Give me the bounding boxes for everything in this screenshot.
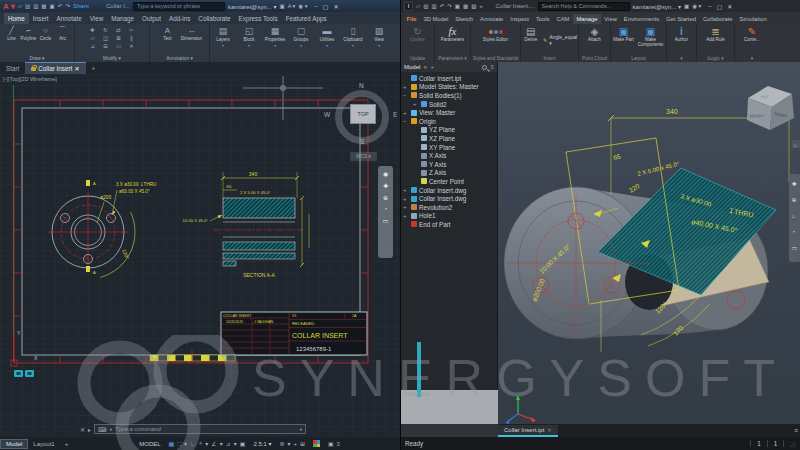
tree-toggle[interactable]: − xyxy=(403,118,409,124)
wcs-dropdown[interactable]: WCS ▾ xyxy=(350,152,377,161)
viewcube-west[interactable]: W xyxy=(324,111,330,118)
autocad-viewport[interactable]: [-][Top][2D Wireframe] xyxy=(0,74,400,437)
browser-tree-item[interactable]: − Origin xyxy=(401,117,497,126)
update-button[interactable]: ↻ Update xyxy=(403,24,433,43)
ribbon-tab[interactable]: Tools xyxy=(532,14,553,24)
annotation-monitor-icons[interactable] xyxy=(14,370,34,377)
draw-tool-button[interactable]: ⌒ Arc xyxy=(54,26,71,41)
ribbon-tab[interactable]: Collaborate xyxy=(194,13,234,24)
layout1-tab[interactable]: Layout1 xyxy=(28,440,59,448)
status-icon[interactable]: ▾ xyxy=(288,440,291,447)
quick-access-icon[interactable]: ↷ xyxy=(65,3,70,9)
quick-access-icon[interactable]: ▦ xyxy=(463,3,468,9)
showmotion-icon[interactable]: ▭ xyxy=(383,217,389,224)
derive-button[interactable]: ▤ Derive xyxy=(521,26,542,43)
styles-editor-button[interactable]: Styles Editor xyxy=(476,24,516,43)
browser-tree-item[interactable]: + Revolution2 xyxy=(401,203,497,212)
ribbon-tab[interactable]: Collaborate xyxy=(699,14,736,24)
browser-tab-model[interactable]: Model xyxy=(404,64,420,70)
browser-tree-item[interactable]: Y Axis xyxy=(401,160,497,169)
titlebar-icon[interactable]: ◉ ▾ xyxy=(692,3,701,9)
section-view-geometry[interactable]: 340 65 2 X 5.00 X 45.0° 10.00 X 45.0° xyxy=(183,171,309,278)
ribbon-tab[interactable]: Simulation xyxy=(736,14,770,24)
search-input[interactable] xyxy=(538,2,630,11)
modify-tool-icon[interactable]: ⊟ xyxy=(103,43,108,49)
modify-tool-icon[interactable]: ⊿ xyxy=(90,43,95,49)
ribbon-tab[interactable]: Express Tools xyxy=(235,13,282,24)
quick-access-icon[interactable]: ▧ xyxy=(471,3,476,9)
quick-access-icon[interactable]: ▦ xyxy=(41,3,46,9)
annotation-tool-button[interactable]: A Text xyxy=(156,26,180,41)
chevron-down-icon[interactable]: ▾ xyxy=(222,43,224,48)
command-line-icon[interactable]: ✕ xyxy=(80,426,85,433)
quick-access-icon[interactable]: ▣ xyxy=(455,3,460,9)
modify-tool-icon[interactable]: ▱ xyxy=(90,35,94,41)
status-icon[interactable]: ▾ xyxy=(205,440,208,447)
status-icon[interactable]: ≡ xyxy=(337,441,341,447)
browser-add-tab[interactable]: + xyxy=(431,64,435,70)
quick-access-icon[interactable]: ↷ xyxy=(447,3,452,9)
minimize-button[interactable]: – xyxy=(708,3,711,10)
browser-tree-item[interactable]: + Model States: Master xyxy=(401,83,497,92)
quick-access-icon[interactable]: ▥ xyxy=(33,3,38,9)
browser-tree-item[interactable]: + Solid2 xyxy=(401,100,497,109)
browser-filter-icon[interactable]: ≡ xyxy=(490,64,494,70)
quick-access-icon[interactable]: ▣ xyxy=(50,3,55,9)
new-file-tab-button[interactable]: + xyxy=(86,63,102,74)
ribbon-tab[interactable]: View xyxy=(86,13,108,24)
ribbon-panel-button[interactable]: ◱ Block ▾ xyxy=(236,24,262,62)
browser-tree-item[interactable]: + Collar Insert.dwg xyxy=(401,194,497,203)
full-navigation-wheel-icon[interactable]: ◉ xyxy=(383,170,388,177)
resize-grip[interactable]: ◿ xyxy=(783,440,800,447)
command-input-box[interactable]: ⌨ ▾ ▾ xyxy=(94,424,306,434)
quick-access-icon[interactable]: » xyxy=(479,3,482,9)
draw-tool-button[interactable]: ○ Circle xyxy=(37,26,54,41)
collar-3d-model[interactable] xyxy=(504,168,776,339)
user-account-button[interactable]: kamtaret@syn... ▾ xyxy=(228,3,276,10)
autocad-logo-icon[interactable]: A ▾ xyxy=(3,2,15,11)
make-part-button[interactable]: ▣ Make Part xyxy=(612,24,636,48)
quick-access-icon[interactable]: ↶ xyxy=(58,3,63,9)
author-button[interactable]: i Author xyxy=(667,24,697,43)
draw-tool-button[interactable]: ⌐ Polyline xyxy=(20,26,37,41)
ribbon-tab[interactable]: 3D Model xyxy=(420,14,452,24)
tree-toggle[interactable]: + xyxy=(403,110,409,116)
browser-tree-item[interactable]: X Axis xyxy=(401,151,497,160)
tree-toggle[interactable]: + xyxy=(403,187,409,193)
ribbon-tab[interactable]: Output xyxy=(138,13,165,24)
viewcube[interactable]: TOP FRONT RIGHT ⌂ xyxy=(747,86,800,148)
titlebar-icon[interactable]: ▣ xyxy=(279,3,284,9)
ribbon-tab[interactable]: Home xyxy=(4,13,29,24)
modify-tool-icon[interactable]: ⊞ xyxy=(116,35,121,41)
browser-close-icon[interactable]: ✕ xyxy=(423,64,427,70)
status-icon[interactable]: ▾ xyxy=(220,440,223,447)
document-tab[interactable]: Collar Insert.ipt ✕ xyxy=(498,425,558,437)
angle-equal-dropdown[interactable]: ✎ Angle_equal ▾ xyxy=(543,34,578,46)
browser-tree-item[interactable]: + Hole1 xyxy=(401,212,497,221)
status-icon[interactable]: ∠ xyxy=(211,440,216,447)
ribbon-tab[interactable]: Manage xyxy=(107,13,138,24)
quick-access-icon[interactable]: ▱ xyxy=(18,3,22,9)
status-icon[interactable]: ▾ xyxy=(234,440,237,447)
ribbon-panel-button[interactable]: ▢ Groups ▾ xyxy=(288,24,314,62)
command-line-icon[interactable]: ▸ xyxy=(88,426,91,433)
inventor-logo-icon[interactable]: I xyxy=(404,2,413,11)
search-icon[interactable] xyxy=(482,65,487,70)
maximize-button[interactable]: ▢ xyxy=(717,3,723,10)
browser-tree-item[interactable]: Collar Insert.ipt xyxy=(401,74,497,83)
search-input[interactable] xyxy=(133,2,225,11)
chevron-down-icon[interactable]: ▾ xyxy=(300,427,302,432)
modify-tool-icon[interactable]: ✂ xyxy=(129,27,134,33)
user-account-button[interactable]: kamtaret@syn... ▾ xyxy=(633,3,681,10)
draw-tool-button[interactable]: ╱ Line xyxy=(3,26,20,41)
share-button[interactable]: Share xyxy=(73,3,89,9)
graphics-performance-icon[interactable] xyxy=(313,440,320,447)
quick-access-icon[interactable]: ▱ xyxy=(416,3,420,9)
ribbon-panel-button[interactable]: ▬ Utilities ▾ xyxy=(314,24,340,62)
status-icon[interactable]: ⊛ xyxy=(280,440,285,447)
modify-tool-icon[interactable]: ◫ xyxy=(103,35,108,41)
status-icon[interactable]: ⊞ xyxy=(300,440,305,447)
ribbon-panel-button[interactable]: ▦ Properties ▾ xyxy=(262,24,288,62)
status-icon[interactable]: ∟ xyxy=(190,441,196,447)
chevron-down-icon[interactable]: ▾ xyxy=(274,43,276,48)
